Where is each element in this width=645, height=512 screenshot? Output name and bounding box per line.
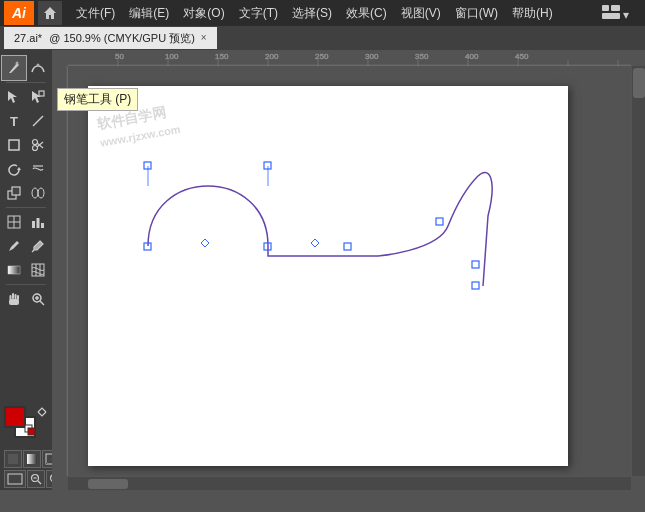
svg-marker-86: [201, 239, 209, 247]
menu-edit[interactable]: 编辑(E): [123, 3, 175, 24]
title-bar: Ai 文件(F) 编辑(E) 对象(O) 文字(T) 选择(S) 效果(C) 视…: [0, 0, 645, 26]
home-button[interactable]: [38, 1, 62, 25]
svg-rect-83: [472, 282, 479, 289]
svg-marker-6: [8, 91, 17, 103]
color-section: [4, 406, 48, 450]
color-swatches[interactable]: [4, 406, 48, 450]
svg-rect-25: [41, 223, 44, 228]
mesh-tool-button[interactable]: [2, 210, 26, 234]
slice-tool-row: [2, 234, 50, 258]
menu-object[interactable]: 对象(O): [177, 3, 230, 24]
menu-type[interactable]: 文字(T): [233, 3, 284, 24]
change-screen-mode-button[interactable]: [4, 470, 26, 488]
svg-point-4: [16, 62, 19, 65]
svg-rect-24: [37, 218, 40, 228]
rectangle-tool-button[interactable]: [2, 133, 26, 157]
svg-text:150: 150: [215, 52, 229, 61]
svg-point-11: [33, 140, 38, 145]
ruler-top: 50 100 150 200 250 300 350 400 450: [68, 50, 631, 66]
svg-rect-41: [28, 428, 35, 435]
svg-rect-1: [602, 5, 609, 11]
swap-colors-icon[interactable]: [36, 406, 48, 418]
svg-rect-27: [8, 266, 20, 274]
svg-point-5: [37, 64, 40, 67]
scrollbar-bottom-thumb[interactable]: [88, 479, 128, 489]
solid-color-button[interactable]: [4, 450, 22, 468]
svg-line-26: [32, 250, 34, 252]
svg-rect-80: [344, 243, 351, 250]
ruler-left: [52, 66, 68, 476]
direct-select-tool-button[interactable]: [26, 85, 50, 109]
scissors-tool-button[interactable]: [26, 133, 50, 157]
svg-text:50: 50: [115, 52, 124, 61]
shape-tool-row: [2, 133, 50, 157]
zoom-out-button[interactable]: [27, 470, 45, 488]
svg-point-18: [32, 188, 38, 198]
svg-line-37: [40, 301, 44, 305]
gradient-tool-row: [2, 258, 50, 282]
menu-view[interactable]: 视图(V): [395, 3, 447, 24]
rotate-tool-button[interactable]: [2, 157, 26, 181]
svg-text:300: 300: [365, 52, 379, 61]
hand-zoom-row: [2, 287, 50, 311]
svg-rect-76: [144, 162, 151, 169]
tab-close-button[interactable]: ×: [201, 33, 207, 43]
svg-marker-87: [311, 239, 319, 247]
zoom-tool-button[interactable]: [26, 287, 50, 311]
tab-label: 27.ai* @ 150.9% (CMYK/GPU 预览): [14, 31, 195, 46]
menu-select[interactable]: 选择(S): [286, 3, 338, 24]
mesh-gradient-tool-button[interactable]: [26, 258, 50, 282]
svg-rect-43: [27, 454, 37, 464]
mesh-tool-row: [2, 210, 50, 234]
pencil-tool-button[interactable]: [2, 234, 26, 258]
gradient-fill-button[interactable]: [23, 450, 41, 468]
ai-logo: Ai: [4, 1, 34, 25]
workspace-switcher[interactable]: ▾: [594, 5, 637, 22]
curvature-tool-button[interactable]: [26, 56, 50, 80]
left-toolbar: T: [0, 50, 52, 490]
svg-rect-23: [32, 221, 35, 228]
svg-marker-15: [17, 167, 21, 170]
selection-tool-button[interactable]: [2, 85, 26, 109]
default-colors-icon[interactable]: [24, 424, 36, 436]
svg-rect-42: [8, 454, 18, 464]
menu-window[interactable]: 窗口(W): [449, 3, 504, 24]
svg-marker-0: [44, 7, 56, 19]
fill-color-box[interactable]: [4, 406, 26, 428]
type-tool-button[interactable]: T: [2, 109, 26, 133]
hand-tool-button[interactable]: [2, 287, 26, 311]
document-canvas[interactable]: 软件自学网 www.rjzxw.com: [88, 86, 568, 466]
svg-text:400: 400: [465, 52, 479, 61]
scale-tool-button[interactable]: [2, 181, 26, 205]
svg-rect-35: [9, 299, 19, 305]
menu-help[interactable]: 帮助(H): [506, 3, 559, 24]
svg-rect-2: [611, 5, 620, 11]
svg-text:350: 350: [415, 52, 429, 61]
menu-file[interactable]: 文件(F): [70, 3, 121, 24]
document-tab[interactable]: 27.ai* @ 150.9% (CMYK/GPU 预览) ×: [4, 27, 217, 49]
svg-rect-77: [264, 162, 271, 169]
scrollbar-right[interactable]: [631, 66, 645, 476]
svg-text:450: 450: [515, 52, 529, 61]
graph-tool-button[interactable]: [26, 210, 50, 234]
gradient-tool-button[interactable]: [2, 258, 26, 282]
menu-effect[interactable]: 效果(C): [340, 3, 393, 24]
svg-rect-81: [436, 218, 443, 225]
svg-text:200: 200: [265, 52, 279, 61]
line-tool-button[interactable]: [26, 109, 50, 133]
svg-rect-46: [8, 474, 22, 484]
svg-line-9: [33, 116, 43, 126]
svg-rect-3: [602, 13, 620, 19]
svg-text:250: 250: [315, 52, 329, 61]
eyedropper-tool-button[interactable]: [26, 234, 50, 258]
svg-rect-32: [15, 294, 17, 300]
svg-text:100: 100: [165, 52, 179, 61]
no-fill-button[interactable]: [42, 450, 52, 468]
scrollbar-bottom[interactable]: [68, 476, 631, 490]
pen-tool-button[interactable]: [2, 56, 26, 80]
blend-tool-button[interactable]: [26, 181, 50, 205]
svg-rect-8: [39, 91, 44, 96]
warp-tool-button[interactable]: [26, 157, 50, 181]
scrollbar-right-thumb[interactable]: [633, 68, 645, 98]
path-drawing: [88, 86, 568, 466]
